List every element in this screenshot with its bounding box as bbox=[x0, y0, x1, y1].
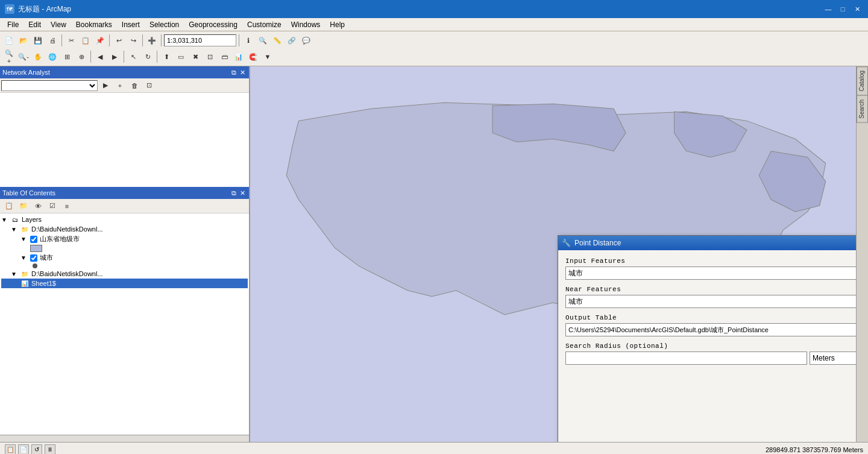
status-bar: 📋 📄 ↺ ⏸ 289849.871 3873579.769 Meters bbox=[0, 442, 868, 454]
tb-undo[interactable]: ↩ bbox=[112, 34, 125, 47]
toc-db-folder-2[interactable]: ▼ 📁 D:\BaiduNetdiskDownl... bbox=[1, 269, 248, 279]
tb-snapping[interactable]: 🧲 bbox=[247, 50, 260, 63]
tb-select-elem[interactable]: ↖ bbox=[127, 50, 140, 63]
toc-close-btn[interactable]: ✕ bbox=[239, 189, 247, 197]
toc-float-btn[interactable]: ⧉ bbox=[230, 189, 237, 197]
toc-tab-visibility[interactable]: 👁 bbox=[31, 200, 45, 213]
db2-expand-icon[interactable]: ▼ bbox=[11, 271, 18, 277]
tb-paste[interactable]: 📌 bbox=[93, 34, 107, 47]
na-btn-3[interactable]: 🗑 bbox=[128, 79, 141, 92]
tb-print[interactable]: 🖨 bbox=[46, 34, 59, 47]
right-sidebar: Catalog Search bbox=[856, 66, 868, 442]
scale-input[interactable] bbox=[164, 34, 236, 46]
output-table-input[interactable] bbox=[565, 323, 856, 336]
tb-save[interactable]: 💾 bbox=[31, 34, 45, 47]
menu-file[interactable]: File bbox=[2, 19, 24, 30]
menu-edit[interactable]: Edit bbox=[24, 19, 46, 30]
db1-expand-icon[interactable]: ▼ bbox=[11, 226, 18, 233]
tb-clear-sel[interactable]: ✖ bbox=[189, 50, 202, 63]
na-btn-2[interactable]: + bbox=[113, 79, 127, 92]
toc-panel-title: Table Of Contents bbox=[2, 189, 55, 197]
tb-identify[interactable]: ℹ bbox=[242, 34, 255, 47]
near-features-select[interactable]: 城市 bbox=[565, 295, 856, 308]
toc-header: Table Of Contents ⧉ ✕ bbox=[0, 187, 249, 199]
tb-attr-table[interactable]: 🗃 bbox=[218, 50, 231, 63]
status-map-view-btn[interactable]: 📋 bbox=[5, 444, 16, 455]
toc-sheet1[interactable]: 📊 Sheet1$ bbox=[1, 279, 248, 288]
toc-db-folder-1[interactable]: ▼ 📁 D:\BaiduNetdiskDownl... bbox=[1, 224, 248, 234]
tb-copy[interactable]: 📋 bbox=[79, 34, 92, 47]
tb-find[interactable]: 🔍 bbox=[256, 34, 269, 47]
shandong-checkbox[interactable] bbox=[30, 236, 37, 243]
tb-cut[interactable]: ✂ bbox=[64, 34, 78, 47]
maximize-button[interactable]: □ bbox=[837, 3, 849, 15]
tb-full-extent[interactable]: ⊞ bbox=[60, 50, 74, 63]
toc-panel: Table Of Contents ⧉ ✕ 📋 📁 👁 ☑ ≡ ▼ 🗂 bbox=[0, 187, 249, 442]
toolbar-row-2: 🔍+ 🔍- ✋ 🌐 ⊞ ⊕ ◀ ▶ ↖ ↻ ⬆ ▭ ✖ ⊡ 🗃 📊 🧲 ▼ bbox=[2, 49, 866, 65]
tb-graph[interactable]: 📊 bbox=[232, 50, 245, 63]
toc-city[interactable]: ▼ 城市 bbox=[1, 253, 248, 263]
menu-bookmarks[interactable]: Bookmarks bbox=[71, 19, 117, 30]
search-radius-input[interactable] bbox=[565, 352, 807, 365]
tb-fixed-zoom-in[interactable]: ⊕ bbox=[75, 50, 88, 63]
status-layout-view-btn[interactable]: 📄 bbox=[18, 444, 29, 455]
point-distance-dialog[interactable]: 🔧 Point Distance — □ ✕ bbox=[558, 235, 856, 442]
catalog-tab[interactable]: Catalog bbox=[857, 66, 868, 95]
menu-bar: File Edit View Bookmarks Insert Selectio… bbox=[0, 18, 868, 31]
tb-globe[interactable]: 🌐 bbox=[46, 50, 59, 63]
input-features-select[interactable]: 城市 bbox=[565, 266, 856, 280]
city-checkbox[interactable] bbox=[30, 254, 37, 262]
db2-folder-icon: 📁 bbox=[20, 270, 29, 278]
toc-scrollbar-h[interactable] bbox=[0, 435, 249, 442]
menu-windows[interactable]: Windows bbox=[286, 19, 326, 30]
tb-pan[interactable]: ✋ bbox=[31, 50, 45, 63]
shandong-expand-icon[interactable]: ▼ bbox=[20, 236, 28, 242]
tb-open[interactable]: 📂 bbox=[17, 34, 30, 47]
toc-shandong[interactable]: ▼ 山东省地级市 bbox=[1, 234, 248, 244]
na-dropdown[interactable] bbox=[1, 80, 98, 91]
tb-back[interactable]: ◀ bbox=[93, 50, 107, 63]
main-layout: Network Analyst ⧉ ✕ ▶ + 🗑 ⊡ bbox=[0, 66, 868, 442]
city-expand-icon[interactable]: ▼ bbox=[20, 254, 28, 261]
tb-hyperlink[interactable]: 🔗 bbox=[285, 34, 298, 47]
tb-select-feat[interactable]: ▭ bbox=[174, 50, 187, 63]
tb-zoom-out[interactable]: 🔍- bbox=[17, 50, 30, 63]
tb-redo[interactable]: ↪ bbox=[127, 34, 140, 47]
tb-forward[interactable]: ▶ bbox=[108, 50, 121, 63]
tb-more[interactable]: ▼ bbox=[261, 50, 274, 63]
app-title: 无标题 - ArcMap bbox=[18, 4, 71, 14]
close-button[interactable]: ✕ bbox=[851, 3, 863, 15]
menu-view[interactable]: View bbox=[46, 19, 71, 30]
menu-selection[interactable]: Selection bbox=[145, 19, 184, 30]
sep4 bbox=[161, 34, 162, 46]
toc-tab-source[interactable]: 📁 bbox=[17, 200, 30, 213]
toc-layers-root[interactable]: ▼ 🗂 Layers bbox=[1, 215, 248, 224]
layers-expand-icon[interactable]: ▼ bbox=[1, 216, 8, 223]
tb-pointer[interactable]: ⬆ bbox=[160, 50, 173, 63]
menu-help[interactable]: Help bbox=[325, 19, 350, 30]
radius-unit-select[interactable]: Meters Kilometers Miles Feet Yards bbox=[810, 352, 856, 365]
toc-tab-selection[interactable]: ☑ bbox=[46, 200, 59, 213]
na-btn-4[interactable]: ⊡ bbox=[142, 79, 156, 92]
na-close-btn[interactable]: ✕ bbox=[239, 69, 247, 77]
menu-insert[interactable]: Insert bbox=[117, 19, 145, 30]
status-refresh-btn[interactable]: ↺ bbox=[31, 444, 42, 455]
search-tab[interactable]: Search bbox=[857, 95, 868, 123]
search-radius-label: Search Radius (optional) bbox=[565, 342, 856, 350]
menu-customize[interactable]: Customize bbox=[242, 19, 286, 30]
na-btn-1[interactable]: ▶ bbox=[99, 79, 112, 92]
toc-tab-drawing[interactable]: 📋 bbox=[2, 200, 16, 213]
menu-geoprocessing[interactable]: Geoprocessing bbox=[184, 19, 242, 30]
toc-options[interactable]: ≡ bbox=[60, 200, 74, 213]
status-pause-btn[interactable]: ⏸ bbox=[45, 444, 55, 455]
tb-add-data[interactable]: ➕ bbox=[145, 34, 159, 47]
tb-new[interactable]: 📄 bbox=[2, 34, 16, 47]
tb-zoom-in[interactable]: 🔍+ bbox=[2, 50, 16, 63]
map-area[interactable]: 🔧 Point Distance — □ ✕ bbox=[250, 66, 856, 442]
tb-zoom-to-sel[interactable]: ⊡ bbox=[203, 50, 216, 63]
na-float-btn[interactable]: ⧉ bbox=[230, 69, 237, 77]
minimize-button[interactable]: — bbox=[822, 3, 834, 15]
tb-html-popup[interactable]: 💬 bbox=[300, 34, 313, 47]
tb-measure[interactable]: 📏 bbox=[271, 34, 284, 47]
tb-rotate[interactable]: ↻ bbox=[141, 50, 154, 63]
